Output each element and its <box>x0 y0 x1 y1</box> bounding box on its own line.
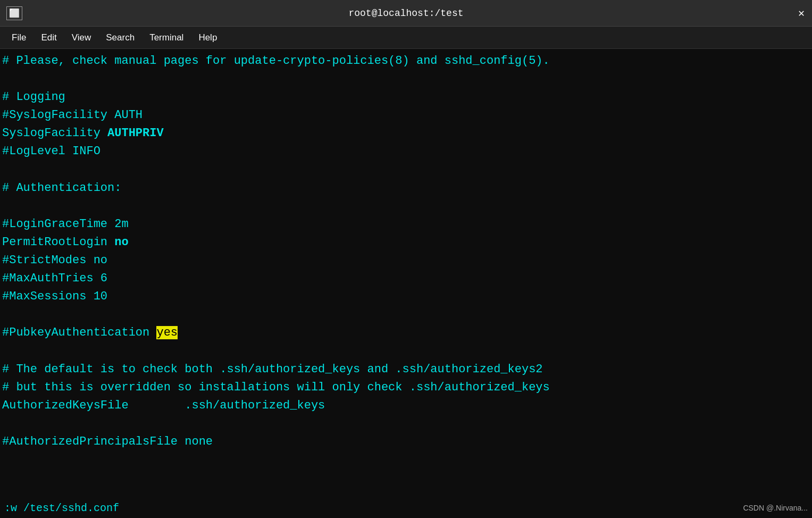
menu-help[interactable]: Help <box>191 29 224 46</box>
syslogfacility-label: SyslogFacility <box>2 127 107 140</box>
menu-view[interactable]: View <box>64 29 99 46</box>
line-blank-5 <box>2 342 810 361</box>
watermark: CSDN @.Nirvana... <box>743 504 808 512</box>
menu-file[interactable]: File <box>4 29 34 46</box>
line-permitrootlogin: PermitRootLogin no <box>2 233 810 252</box>
pubkeyauth-value: yes <box>156 326 178 339</box>
line-strictmodes: #StrictModes no <box>2 252 810 270</box>
pubkeyauth-label: #PubkeyAuthentication <box>2 326 156 339</box>
permitrootlogin-value: no <box>114 236 128 249</box>
line-1: # Please, check manual pages for update-… <box>2 52 810 70</box>
line-blank-6 <box>2 415 810 433</box>
terminal-icon: ⬜ <box>6 6 22 20</box>
vim-command: :w /test/sshd.conf <box>4 502 119 514</box>
line-logingracetime: #LoginGraceTime 2m <box>2 215 810 233</box>
line-pubkeyauth: #PubkeyAuthentication yes <box>2 324 810 342</box>
terminal-body: # Please, check manual pages for update-… <box>0 49 812 518</box>
status-bar: :w /test/sshd.conf CSDN @.Nirvana... <box>0 498 812 518</box>
line-syslogfacility-commented: #SyslogFacility AUTH <box>2 106 810 124</box>
menu-bar: File Edit View Search Terminal Help <box>0 27 812 49</box>
line-syslogfacility-active: SyslogFacility AUTHPRIV <box>2 124 810 143</box>
window-title: root@localhost:/test <box>348 8 463 19</box>
line-blank-4 <box>2 306 810 324</box>
line-authorizedprincipals: #AuthorizedPrincipalsFile none <box>2 433 810 451</box>
permitrootlogin-label: PermitRootLogin <box>2 236 114 249</box>
menu-search[interactable]: Search <box>98 29 142 46</box>
line-maxsessions: #MaxSessions 10 <box>2 288 810 306</box>
line-default-check: # The default is to check both .ssh/auth… <box>2 361 810 379</box>
line-maxauthtries: #MaxAuthTries 6 <box>2 270 810 288</box>
line-blank-3 <box>2 197 810 215</box>
line-logging: # Logging <box>2 88 810 106</box>
line-blank-1 <box>2 70 810 88</box>
close-button[interactable]: ✕ <box>798 6 805 20</box>
menu-edit[interactable]: Edit <box>34 29 64 46</box>
title-bar: ⬜ root@localhost:/test ✕ <box>0 0 812 27</box>
syslogfacility-value: AUTHPRIV <box>107 127 164 140</box>
line-auth-header: # Authentication: <box>2 179 810 197</box>
line-overridden: # but this is overridden so installation… <box>2 379 810 397</box>
line-blank-2 <box>2 161 810 179</box>
menu-terminal[interactable]: Terminal <box>142 29 191 46</box>
line-loglevel: #LogLevel INFO <box>2 143 810 161</box>
line-authorizedkeysfile: AuthorizedKeysFile .ssh/authorized_keys <box>2 397 810 415</box>
